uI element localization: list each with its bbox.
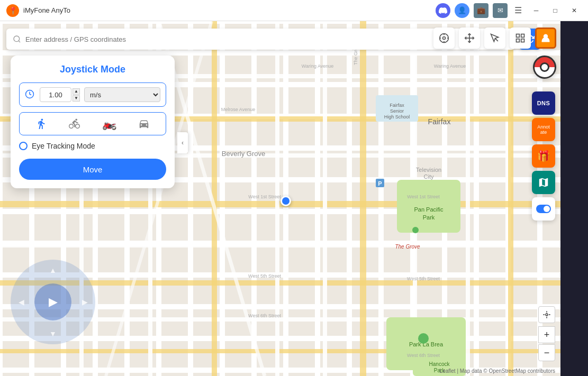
svg-rect-71 — [521, 39, 524, 42]
svg-text:Beverly Grove: Beverly Grove — [222, 150, 265, 158]
svg-text:City: City — [424, 173, 434, 180]
search-icon — [13, 35, 21, 43]
svg-text:West 6th Street: West 6th Street — [407, 353, 440, 358]
speed-up-arrow[interactable]: ▲ — [73, 88, 80, 95]
cycling-icon[interactable] — [69, 118, 80, 130]
joystick-down[interactable]: ▼ — [46, 326, 60, 341]
svg-rect-23 — [466, 21, 470, 376]
svg-point-79 — [544, 206, 550, 212]
svg-text:The Grove: The Grove — [395, 244, 420, 250]
close-button[interactable]: ✕ — [567, 3, 582, 18]
motorcycle-icon[interactable]: 🏍️ — [102, 117, 116, 131]
mail-icon[interactable]: ✉ — [493, 3, 508, 18]
svg-rect-21 — [360, 21, 366, 376]
car-icon[interactable] — [138, 118, 150, 130]
svg-rect-72 — [517, 39, 520, 42]
svg-text:P: P — [378, 180, 382, 187]
eye-tracking-radio[interactable] — [19, 142, 28, 150]
discord-icon[interactable] — [436, 3, 450, 18]
collapse-button[interactable]: ‹ — [177, 132, 188, 153]
transport-row: 🏍️ — [19, 112, 166, 135]
joystick-right[interactable]: ▶ — [77, 295, 92, 309]
svg-text:Television: Television — [416, 167, 441, 173]
speed-input-wrap: 1.00 ▲ ▼ — [40, 87, 80, 102]
joystick-outer: ▲ ▼ ◀ ▶ ▶ — [11, 260, 95, 344]
locate-button[interactable] — [538, 306, 555, 323]
joystick-control: ▲ ▼ ◀ ▶ ▶ — [11, 260, 95, 344]
speed-down-arrow[interactable]: ▼ — [73, 95, 80, 102]
svg-text:Senior: Senior — [390, 108, 404, 114]
joystick-tool[interactable] — [535, 27, 556, 49]
map-switch-button[interactable] — [532, 171, 555, 194]
pokeball-icon[interactable] — [533, 56, 556, 79]
svg-text:West 6th Street: West 6th Street — [248, 313, 281, 318]
minimize-button[interactable]: ─ — [529, 3, 544, 18]
panel-title: Joystick Mode — [19, 64, 166, 75]
zoom-out-button[interactable]: − — [538, 344, 555, 361]
svg-point-62 — [443, 37, 446, 40]
svg-rect-70 — [521, 34, 524, 38]
joystick-left[interactable]: ◀ — [14, 295, 29, 309]
joystick-directions: ▲ ▼ ◀ ▶ — [11, 260, 95, 344]
title-actions: 👤 💼 ✉ ☰ ─ □ ✕ — [436, 3, 582, 18]
svg-rect-15 — [0, 349, 561, 353]
svg-text:Fairfax: Fairfax — [390, 103, 404, 108]
user-icon[interactable]: 👤 — [455, 3, 469, 18]
svg-text:West 5th Street: West 5th Street — [407, 276, 440, 281]
speed-input[interactable]: 1.00 — [40, 87, 71, 102]
svg-text:Park: Park — [423, 214, 435, 221]
svg-point-33 — [418, 333, 429, 344]
svg-text:Pan Pacific: Pan Pacific — [414, 206, 444, 213]
speed-row: 1.00 ▲ ▼ m/s km/h mph — [19, 82, 166, 107]
svg-point-32 — [412, 227, 419, 233]
svg-rect-69 — [517, 34, 520, 38]
svg-text:West 1st Street: West 1st Street — [407, 194, 440, 199]
attribution-text: Leaflet | Map data © OpenStreetMap contr… — [440, 368, 555, 374]
eye-tracking-row: Eye Tracking Mode — [19, 141, 166, 151]
svg-text:Melrose Avenue: Melrose Avenue — [221, 107, 255, 112]
svg-rect-24 — [508, 21, 513, 376]
multi-stop-tool[interactable] — [510, 27, 531, 49]
map-side-tools: DNS Annotate 🎁 — [532, 91, 555, 221]
titlebar: 📍 iMyFone AnyTo 👤 💼 ✉ ☰ ─ □ ✕ — [0, 0, 588, 21]
svg-text:Waring Avenue: Waring Avenue — [434, 63, 466, 69]
menu-icon[interactable]: ☰ — [512, 4, 524, 17]
speed-arrows: ▲ ▼ — [73, 88, 80, 102]
location-marker — [281, 196, 291, 206]
annotate-button[interactable]: Annotate — [532, 118, 555, 141]
compass-tool[interactable] — [433, 27, 455, 49]
app-icon: 📍 — [6, 4, 19, 17]
svg-text:West 5th Street: West 5th Street — [248, 273, 281, 279]
route-tool[interactable] — [484, 27, 505, 49]
map-attribution: Leaflet | Map data © OpenStreetMap contr… — [440, 368, 555, 374]
map-container: Pan Pacific Park Park La Brea Beverly Gr… — [0, 21, 588, 376]
svg-text:Hancock: Hancock — [429, 361, 450, 367]
zoom-in-button[interactable]: + — [538, 326, 555, 343]
svg-text:Waring Avenue: Waring Avenue — [302, 63, 334, 69]
walking-icon[interactable] — [35, 118, 47, 130]
svg-text:West 1st Street: West 1st Street — [248, 194, 281, 199]
speed-icon — [25, 89, 35, 100]
gift-button[interactable]: 🎁 — [532, 144, 555, 168]
zoom-controls: + − — [538, 306, 555, 361]
toggle-button[interactable] — [532, 197, 555, 221]
svg-point-59 — [14, 36, 20, 42]
eye-tracking-label: Eye Tracking Mode — [32, 142, 95, 150]
joystick-panel: Joystick Mode 1.00 ▲ ▼ m/s km/h mph — [11, 56, 175, 188]
maximize-button[interactable]: □ — [548, 3, 563, 18]
unit-select[interactable]: m/s km/h mph — [84, 87, 160, 102]
svg-rect-12 — [0, 243, 561, 247]
briefcase-icon[interactable]: 💼 — [474, 3, 489, 18]
dns-button[interactable]: DNS — [532, 91, 555, 115]
move-tool[interactable] — [459, 27, 480, 49]
svg-text:High School: High School — [384, 114, 410, 120]
right-sidebar — [560, 21, 588, 376]
svg-line-60 — [19, 41, 20, 42]
joystick-up[interactable]: ▲ — [46, 263, 60, 278]
svg-point-80 — [546, 314, 548, 316]
svg-rect-20 — [323, 21, 327, 376]
map-right-toolbar — [433, 27, 582, 49]
svg-text:Fairfax: Fairfax — [428, 117, 451, 126]
app-title: iMyFone AnyTo — [23, 6, 436, 14]
move-button[interactable]: Move — [19, 159, 166, 180]
